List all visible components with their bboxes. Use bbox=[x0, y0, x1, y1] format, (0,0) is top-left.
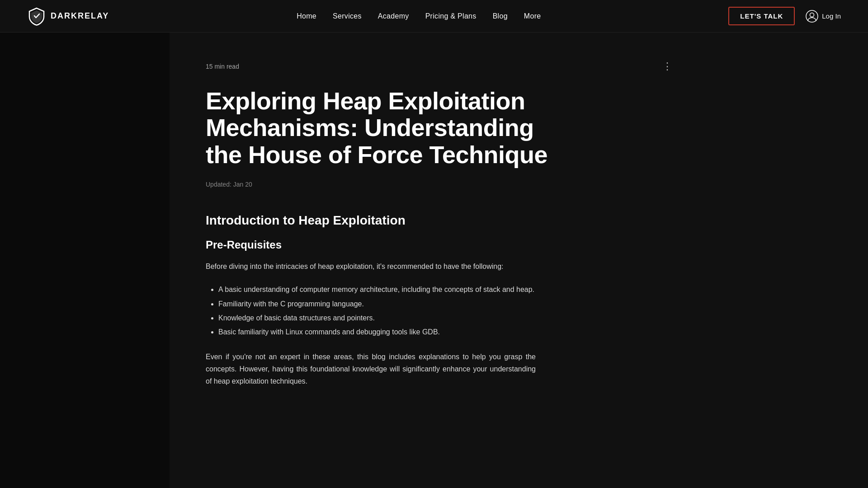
prerequisites-list: A basic understanding of computer memory… bbox=[206, 283, 536, 338]
site-header: DARKRELAY Home Services Academy Pricing … bbox=[0, 0, 868, 33]
header-right: LET'S TALK Log In bbox=[728, 7, 841, 25]
login-label: Log In bbox=[822, 12, 841, 20]
svg-point-1 bbox=[810, 13, 814, 17]
logo[interactable]: DARKRELAY bbox=[27, 7, 109, 26]
intro-text: Before diving into the intricacies of he… bbox=[206, 260, 536, 272]
login-area[interactable]: Log In bbox=[806, 10, 841, 23]
article-title: Exploring Heap Exploitation Mechanisms: … bbox=[206, 88, 558, 168]
section2-heading: Pre-Requisites bbox=[206, 239, 676, 251]
list-item: Familiarity with the C programming langu… bbox=[218, 298, 536, 310]
nav-academy[interactable]: Academy bbox=[378, 12, 409, 20]
list-item: Basic familiarity with Linux commands an… bbox=[218, 326, 536, 338]
nav-blog[interactable]: Blog bbox=[493, 12, 508, 20]
user-icon bbox=[806, 10, 818, 23]
lets-talk-button[interactable]: LET'S TALK bbox=[728, 7, 795, 25]
list-item: Knowledge of basic data structures and p… bbox=[218, 312, 536, 324]
left-sidebar bbox=[0, 0, 170, 488]
more-options-button[interactable]: ⋮ bbox=[659, 60, 676, 73]
nav-more[interactable]: More bbox=[524, 12, 541, 20]
nav-services[interactable]: Services bbox=[333, 12, 362, 20]
closing-text: Even if you're not an expert in these ar… bbox=[206, 351, 536, 388]
read-time: 15 min read bbox=[206, 63, 239, 70]
article-meta: 15 min read ⋮ bbox=[206, 60, 676, 73]
section1-heading: Introduction to Heap Exploitation bbox=[206, 213, 676, 228]
logo-text: DARKRELAY bbox=[51, 11, 109, 21]
logo-icon bbox=[27, 7, 46, 26]
main-nav: Home Services Academy Pricing & Plans Bl… bbox=[297, 12, 541, 20]
nav-home[interactable]: Home bbox=[297, 12, 316, 20]
list-item: A basic understanding of computer memory… bbox=[218, 283, 536, 296]
nav-pricing[interactable]: Pricing & Plans bbox=[425, 12, 476, 20]
article-main: 15 min read ⋮ Exploring Heap Exploitatio… bbox=[170, 33, 712, 435]
article-updated: Updated: Jan 20 bbox=[206, 181, 676, 188]
